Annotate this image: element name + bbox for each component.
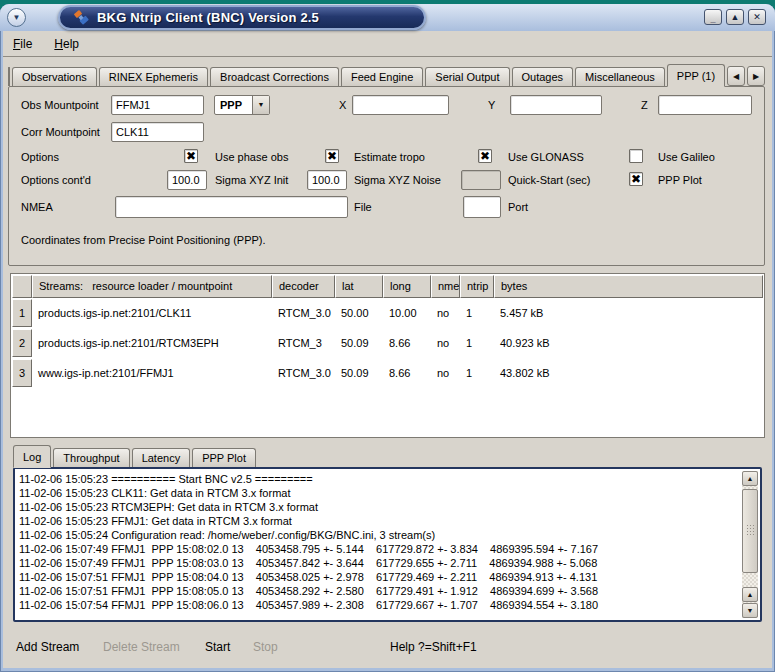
header-lat[interactable]: lat bbox=[335, 275, 383, 298]
ppp-panel: Obs Mountpoint PPP ▼ X Y Z Corr Mountpoi… bbox=[8, 86, 765, 266]
window-title: BKG Ntrip Client (BNC) Version 2.5 bbox=[97, 10, 319, 25]
ppp-mode-value: PPP bbox=[215, 96, 252, 114]
tab-log[interactable]: Log bbox=[13, 445, 51, 468]
tab-throughput[interactable]: Throughput bbox=[53, 448, 129, 467]
stream-row-1[interactable]: 1 products.igs-ip.net:2101/CLK11 RTCM_3.… bbox=[12, 298, 763, 328]
start-button[interactable]: Start bbox=[205, 640, 230, 654]
chevron-down-icon[interactable]: ▼ bbox=[252, 96, 269, 114]
tab-outages[interactable]: Outages bbox=[512, 67, 574, 86]
x-coordinate-input[interactable] bbox=[352, 95, 449, 115]
use-glonass-checkbox[interactable]: ✖ bbox=[478, 149, 492, 163]
scroll-down-icon[interactable]: ▼ bbox=[742, 603, 758, 618]
header-nmea[interactable]: nmea bbox=[431, 275, 460, 298]
nmea-file-input[interactable] bbox=[115, 196, 348, 218]
header-mountpoint[interactable]: Streams: resource loader / mountpoint bbox=[32, 275, 272, 298]
sigma-xyz-noise-input[interactable] bbox=[307, 170, 347, 190]
scrollbar-thumb[interactable] bbox=[742, 489, 758, 573]
window-menu-button[interactable]: ▼ bbox=[7, 8, 26, 27]
tab-latency[interactable]: Latency bbox=[132, 448, 191, 467]
cell-nmea: no bbox=[431, 307, 460, 319]
tab-scroll-right-icon[interactable]: ▶ bbox=[747, 66, 765, 86]
obs-mountpoint-label: Obs Mountpoint bbox=[21, 99, 99, 111]
log-scrollbar[interactable]: ▲ ▲ ▼ bbox=[742, 471, 758, 618]
log-line: 11-02-06 15:05:23 FFMJ1: Get data in RTC… bbox=[19, 514, 738, 528]
cell-lat: 50.00 bbox=[335, 307, 383, 319]
x-label: X bbox=[339, 99, 346, 111]
menu-item-file[interactable]: File bbox=[13, 37, 32, 51]
cell-ntrip: 1 bbox=[460, 337, 494, 349]
log-line: 11-02-06 15:07:49 FFMJ1 PPP 15:08:03.0 1… bbox=[19, 556, 738, 570]
corr-mountpoint-label: Corr Mountpoint bbox=[21, 126, 100, 138]
ppp-hint-text: Coordinates from Precise Point Positioni… bbox=[21, 234, 266, 246]
use-galileo-label: Use Galileo bbox=[658, 151, 715, 163]
obs-mountpoint-input[interactable] bbox=[111, 95, 204, 115]
cell-long: 8.66 bbox=[383, 367, 431, 379]
use-phase-obs-checkbox[interactable]: ✖ bbox=[184, 149, 198, 163]
help-shortcut-text: Help ?=Shift+F1 bbox=[390, 640, 477, 654]
z-coordinate-input[interactable] bbox=[658, 95, 752, 115]
app-icon bbox=[73, 10, 89, 26]
config-tab-bar: Observations RINEX Ephemeris Broadcast C… bbox=[8, 63, 767, 86]
estimate-tropo-label: Estimate tropo bbox=[354, 151, 425, 163]
header-long[interactable]: long bbox=[383, 275, 431, 298]
nmea-port-label: Port bbox=[508, 201, 528, 213]
row-number[interactable]: 3 bbox=[12, 359, 32, 387]
bnc-window: ▼ BKG Ntrip Client (BNC) Version 2.5 _ ▲… bbox=[0, 4, 775, 672]
menubar: File Help bbox=[3, 31, 772, 57]
tab-scroll-left-icon[interactable]: ◀ bbox=[727, 66, 745, 86]
header-bytes[interactable]: bytes bbox=[494, 275, 763, 298]
header-ntrip[interactable]: ntrip bbox=[460, 275, 494, 298]
add-stream-button[interactable]: Add Stream bbox=[16, 640, 79, 654]
stream-row-2[interactable]: 2 products.igs-ip.net:2101/RTCM3EPH RTCM… bbox=[12, 328, 763, 358]
log-view[interactable]: 11-02-06 15:05:23 ========== Start BNC v… bbox=[13, 467, 762, 622]
tab-rinex-ephemeris[interactable]: RINEX Ephemeris bbox=[99, 67, 208, 86]
delete-stream-button: Delete Stream bbox=[103, 640, 180, 654]
z-label: Z bbox=[641, 99, 648, 111]
cell-lat: 50.09 bbox=[335, 337, 383, 349]
tab-feed-engine[interactable]: Feed Engine bbox=[341, 67, 423, 86]
log-tab-bar: Log Throughput Latency PPP Plot bbox=[13, 446, 258, 467]
scroll-up-icon[interactable]: ▲ bbox=[742, 471, 758, 486]
tab-ppp[interactable]: PPP (1) bbox=[667, 64, 725, 87]
tab-clipped-stub[interactable] bbox=[8, 67, 10, 86]
menu-item-help[interactable]: Help bbox=[54, 37, 79, 51]
estimate-tropo-checkbox[interactable]: ✖ bbox=[325, 149, 339, 163]
tab-ppp-plot[interactable]: PPP Plot bbox=[192, 448, 256, 467]
corner-header-cell[interactable] bbox=[12, 275, 32, 298]
stream-row-3[interactable]: 3 www.igs-ip.net:2101/FFMJ1 RTCM_3.0 50.… bbox=[12, 358, 763, 388]
corr-mountpoint-input[interactable] bbox=[111, 122, 204, 142]
ppp-plot-checkbox[interactable]: ✖ bbox=[629, 172, 643, 186]
use-phase-obs-label: Use phase obs bbox=[215, 151, 288, 163]
row-number[interactable]: 2 bbox=[12, 329, 32, 357]
cell-mountpoint: products.igs-ip.net:2101/CLK11 bbox=[32, 307, 272, 319]
header-decoder[interactable]: decoder bbox=[272, 275, 335, 298]
tab-serial-output[interactable]: Serial Output bbox=[425, 67, 509, 86]
row-number[interactable]: 1 bbox=[12, 299, 32, 327]
scroll-up-icon[interactable]: ▲ bbox=[742, 587, 758, 602]
cell-decoder: RTCM_3.0 bbox=[272, 367, 335, 379]
close-button[interactable]: ✕ bbox=[748, 9, 766, 25]
cell-lat: 50.09 bbox=[335, 367, 383, 379]
ppp-plot-label: PPP Plot bbox=[658, 174, 702, 186]
tab-broadcast-corrections[interactable]: Broadcast Corrections bbox=[210, 67, 339, 86]
minimize-button[interactable]: _ bbox=[704, 9, 722, 25]
titlebar[interactable]: ▼ BKG Ntrip Client (BNC) Version 2.5 _ ▲… bbox=[0, 4, 775, 31]
quick-start-label: Quick-Start (sec) bbox=[508, 174, 591, 186]
use-glonass-label: Use GLONASS bbox=[508, 151, 584, 163]
log-line: 11-02-06 15:05:24 Configuration read: /h… bbox=[19, 528, 738, 542]
tab-observations[interactable]: Observations bbox=[12, 67, 97, 86]
streams-table-header: Streams: resource loader / mountpoint de… bbox=[12, 275, 763, 298]
options-contd-label: Options cont'd bbox=[21, 174, 91, 186]
sigma-xyz-init-input[interactable] bbox=[167, 170, 207, 190]
cell-bytes: 40.923 kB bbox=[494, 337, 763, 349]
tab-miscellaneous[interactable]: Miscellaneous bbox=[575, 67, 665, 86]
use-galileo-checkbox[interactable] bbox=[629, 149, 643, 163]
maximize-button[interactable]: ▲ bbox=[726, 9, 744, 25]
ppp-mode-select[interactable]: PPP ▼ bbox=[214, 95, 270, 115]
y-coordinate-input[interactable] bbox=[510, 95, 602, 115]
sigma-xyz-init-label: Sigma XYZ Init bbox=[215, 174, 288, 186]
options-label: Options bbox=[21, 151, 59, 163]
streams-table: Streams: resource loader / mountpoint de… bbox=[10, 273, 765, 438]
nmea-port-input[interactable] bbox=[463, 196, 501, 218]
title-capsule: BKG Ntrip Client (BNC) Version 2.5 bbox=[58, 5, 426, 30]
